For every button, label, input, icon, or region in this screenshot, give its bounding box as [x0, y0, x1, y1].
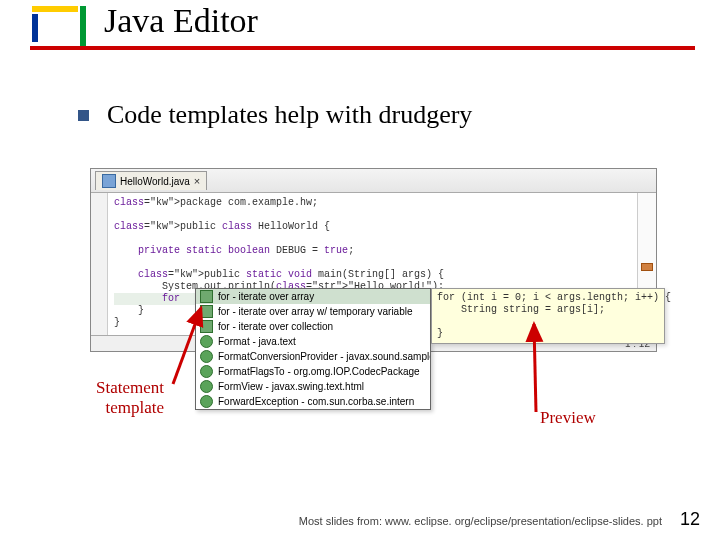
class-icon [200, 380, 213, 393]
editor-tab[interactable]: HelloWorld.java × [95, 171, 207, 190]
accent-orange [32, 6, 78, 12]
template-icon [200, 320, 213, 333]
editor-gutter [91, 193, 108, 335]
accent-underline [30, 46, 695, 50]
class-icon [200, 395, 213, 408]
class-icon [200, 335, 213, 348]
template-icon [200, 290, 213, 303]
template-item[interactable]: FormView - javax.swing.text.html [196, 379, 430, 394]
editor-tabbar: HelloWorld.java × [91, 169, 656, 193]
template-item[interactable]: for - iterate over array [196, 289, 430, 304]
class-icon [200, 365, 213, 378]
bullet-icon [78, 110, 89, 121]
accent-green [80, 6, 86, 50]
template-item[interactable]: Format - java.text [196, 334, 430, 349]
callout-statement: Statement template [96, 378, 164, 418]
template-item-label: FormatConversionProvider - javax.sound.s… [218, 351, 430, 362]
overview-marker-icon [641, 263, 653, 271]
template-popup[interactable]: for - iterate over arrayfor - iterate ov… [195, 288, 431, 410]
callout-preview: Preview [540, 408, 596, 428]
template-item[interactable]: FormatConversionProvider - javax.sound.s… [196, 349, 430, 364]
template-item-label: FormatFlagsTo - org.omg.IOP.CodecPackage [218, 366, 420, 377]
class-icon [200, 350, 213, 363]
accent-blue [32, 14, 38, 42]
bullet-text: Code templates help with drudgery [107, 100, 472, 130]
bullet-row: Code templates help with drudgery [78, 100, 472, 130]
template-item[interactable]: FormatFlagsTo - org.omg.IOP.CodecPackage [196, 364, 430, 379]
template-preview: for (int i = 0; i < args.length; i++) { … [431, 288, 665, 344]
close-icon[interactable]: × [194, 175, 200, 187]
template-item-label: ForwardException - com.sun.corba.se.inte… [218, 396, 414, 407]
slide-footer: Most slides from: www. eclipse. org/ecli… [0, 509, 720, 530]
editor-tab-label: HelloWorld.java [120, 176, 190, 187]
footer-credit: Most slides from: www. eclipse. org/ecli… [299, 515, 662, 527]
template-item[interactable]: ForwardException - com.sun.corba.se.inte… [196, 394, 430, 409]
template-item-label: Format - java.text [218, 336, 296, 347]
template-item-label: FormView - javax.swing.text.html [218, 381, 364, 392]
java-file-icon [102, 174, 116, 188]
template-icon [200, 305, 213, 318]
template-item-label: for - iterate over collection [218, 321, 333, 332]
template-item-label: for - iterate over array w/ temporary va… [218, 306, 413, 317]
template-item[interactable]: for - iterate over collection [196, 319, 430, 334]
template-item[interactable]: for - iterate over array w/ temporary va… [196, 304, 430, 319]
page-number: 12 [680, 509, 700, 530]
slide-title: Java Editor [104, 2, 258, 40]
template-item-label: for - iterate over array [218, 291, 314, 302]
